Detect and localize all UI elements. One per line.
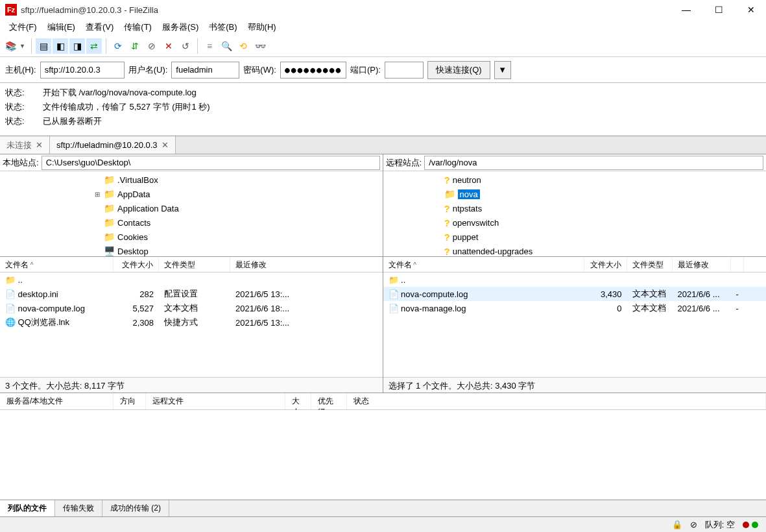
queue-body[interactable]	[0, 410, 766, 500]
col-perms[interactable]	[731, 257, 744, 272]
qcol-remote[interactable]: 远程文件	[146, 393, 285, 409]
file-row[interactable]: 📄 nova-compute.log5,527文本文档2021/6/6 18:.…	[0, 301, 383, 315]
qcol-dir[interactable]: 方向	[114, 393, 146, 409]
menu-file[interactable]: 文件(F)	[4, 20, 42, 34]
remote-filelist-pane: 文件名 文件大小 文件类型 最近修改 📁 ..📄 nova-compute.lo…	[383, 257, 767, 393]
close-icon[interactable]: ✕	[162, 140, 169, 150]
local-tree[interactable]: 📁.VirtualBox⊞📁AppData📁Application Data📁C…	[0, 171, 383, 256]
qcol-prio[interactable]: 优先级	[311, 393, 347, 409]
toolbar: 📚 ▼ ▤ ◧ ◨ ⇄ ⟳ ⇵ ⊘ ✕ ↺ ≡ 🔍 ⟲ 👓	[0, 35, 766, 57]
col-type[interactable]: 文件类型	[159, 257, 230, 272]
remote-filelist[interactable]: 📁 ..📄 nova-compute.log3,430文本文档2021/6/6 …	[383, 272, 767, 377]
tree-item[interactable]: ?openvswitch	[386, 215, 764, 230]
reconnect-icon[interactable]: ↺	[178, 38, 193, 54]
menu-view[interactable]: 查看(V)	[80, 20, 119, 34]
col-mtime[interactable]: 最近修改	[673, 257, 731, 272]
tab-connection[interactable]: sftp://fueladmin@10.20.0.3✕	[50, 136, 176, 154]
qtab-failed[interactable]: 传输失败	[55, 500, 102, 516]
filter-icon[interactable]: ≡	[202, 38, 217, 54]
host-input[interactable]	[40, 62, 125, 79]
pass-input[interactable]	[280, 62, 346, 79]
col-name[interactable]: 文件名	[383, 257, 584, 272]
queue-header[interactable]: 服务器/本地文件 方向 远程文件 大小 优先级 状态	[0, 393, 766, 410]
process-queue-icon[interactable]: ⇵	[127, 38, 143, 54]
tab-notconnected[interactable]: 未连接✕	[0, 136, 50, 154]
sitemgr-icon[interactable]: 📚	[3, 38, 18, 54]
disconnect-icon[interactable]: ✕	[161, 38, 176, 54]
qcol-size[interactable]: 大小	[285, 393, 311, 409]
compare-icon[interactable]: ⟲	[235, 38, 251, 54]
tree-item[interactable]: 📁Contacts	[3, 215, 380, 230]
cancel-icon[interactable]: ⊘	[144, 38, 160, 54]
file-row[interactable]: 📄 nova-manage.log0文本文档2021/6/6 ...-	[383, 301, 767, 315]
remote-pane: 远程站点: ?neutron📁nova?ntpstats?openvswitch…	[383, 154, 767, 256]
toggle-remote-tree-icon[interactable]: ◨	[69, 38, 85, 54]
col-mtime[interactable]: 最近修改	[230, 257, 383, 272]
file-row[interactable]: 📄 desktop.ini282配置设置2021/6/5 13:...	[0, 287, 383, 301]
remote-tree[interactable]: ?neutron📁nova?ntpstats?openvswitch?puppe…	[383, 171, 767, 256]
titlebar: Fz sftp://fueladmin@10.20.0.3 - FileZill…	[0, 0, 766, 19]
menu-bookmarks[interactable]: 书签(B)	[204, 20, 242, 34]
sync-browse-icon[interactable]: 👓	[252, 38, 268, 54]
log-line: 状态: 文件传输成功，传输了 5,527 字节 (用时1 秒)	[5, 100, 761, 114]
tree-item[interactable]: 📁Cookies	[3, 230, 380, 244]
file-row[interactable]: 📄 nova-compute.log3,430文本文档2021/6/6 ...-	[383, 287, 767, 301]
local-file-header[interactable]: 文件名 文件大小 文件类型 最近修改	[0, 257, 383, 272]
close-icon[interactable]: ✕	[36, 140, 43, 150]
qcol-status[interactable]: 状态	[347, 393, 766, 409]
menu-edit[interactable]: 编辑(E)	[42, 20, 80, 34]
activity-indicator	[743, 522, 758, 528]
local-status: 3 个文件。大小总共: 8,117 字节	[0, 377, 383, 393]
queue-status-text: 队列: 空	[705, 519, 735, 531]
file-row[interactable]: 📁 ..	[0, 272, 383, 287]
tree-item[interactable]: 🖥️Desktop	[3, 244, 380, 256]
qtab-success[interactable]: 成功的传输 (2)	[102, 500, 169, 516]
file-row[interactable]: 📁 ..	[383, 272, 767, 287]
remote-file-header[interactable]: 文件名 文件大小 文件类型 最近修改	[383, 257, 767, 272]
maximize-button[interactable]: ☐	[709, 5, 728, 15]
quickconnect-button[interactable]: 快速连接(Q)	[427, 61, 490, 79]
user-label: 用户名(U):	[128, 64, 168, 76]
qtab-queued[interactable]: 列队的文件	[0, 500, 55, 516]
local-filelist[interactable]: 📁 ..📄 desktop.ini282配置设置2021/6/5 13:...📄…	[0, 272, 383, 377]
app-icon: Fz	[5, 4, 17, 16]
tree-item[interactable]: ⊞📁AppData	[3, 187, 380, 201]
col-name[interactable]: 文件名	[0, 257, 114, 272]
tree-item[interactable]: 📁nova	[386, 187, 764, 201]
toggle-log-icon[interactable]: ▤	[36, 38, 51, 54]
tree-item[interactable]: ?puppet	[386, 230, 764, 244]
tree-item[interactable]: 📁Application Data	[3, 201, 380, 215]
menu-transfer[interactable]: 传输(T)	[119, 20, 157, 34]
qcol-server[interactable]: 服务器/本地文件	[0, 393, 114, 409]
tree-item[interactable]: ?unattended-upgrades	[386, 244, 764, 256]
local-path-input[interactable]	[42, 156, 380, 170]
pass-label: 密码(W):	[243, 64, 276, 76]
port-label: 端口(P):	[350, 64, 381, 76]
close-button[interactable]: ✕	[741, 5, 761, 15]
user-input[interactable]	[171, 62, 239, 79]
menu-server[interactable]: 服务器(S)	[157, 20, 204, 34]
transfer-queue: 服务器/本地文件 方向 远程文件 大小 优先级 状态 列队的文件 传输失败 成功…	[0, 393, 766, 516]
col-size[interactable]: 文件大小	[114, 257, 159, 272]
quickconnect-dropdown[interactable]: ▼	[494, 61, 511, 79]
col-size[interactable]: 文件大小	[584, 257, 627, 272]
sitemgr-dropdown[interactable]: ▼	[19, 43, 27, 49]
minimize-button[interactable]: —	[676, 5, 696, 15]
file-row[interactable]: 🌐 QQ浏览器.lnk2,308快捷方式2021/6/5 13:...	[0, 315, 383, 330]
menubar: 文件(F) 编辑(E) 查看(V) 传输(T) 服务器(S) 书签(B) 帮助(…	[0, 19, 766, 35]
col-type[interactable]: 文件类型	[627, 257, 673, 272]
toggle-local-tree-icon[interactable]: ◧	[53, 38, 68, 54]
refresh-icon[interactable]: ⟳	[110, 38, 126, 54]
tree-item[interactable]: ?ntpstats	[386, 201, 764, 215]
remote-path-input[interactable]	[424, 156, 763, 170]
search-icon[interactable]: 🔍	[219, 38, 234, 54]
tree-item[interactable]: 📁.VirtualBox	[3, 173, 380, 187]
remote-status: 选择了 1 个文件。大小总共: 3,430 字节	[383, 377, 767, 393]
menu-help[interactable]: 帮助(H)	[243, 20, 281, 34]
message-log[interactable]: 状态: 开始下载 /var/log/nova/nova-compute.log …	[0, 83, 766, 136]
statusbar: 🔒 ⊘ 队列: 空	[0, 516, 766, 532]
toggle-queue-icon[interactable]: ⇄	[86, 38, 102, 54]
local-site-label: 本地站点:	[3, 157, 42, 169]
tree-item[interactable]: ?neutron	[386, 173, 764, 187]
port-input[interactable]	[385, 62, 424, 79]
